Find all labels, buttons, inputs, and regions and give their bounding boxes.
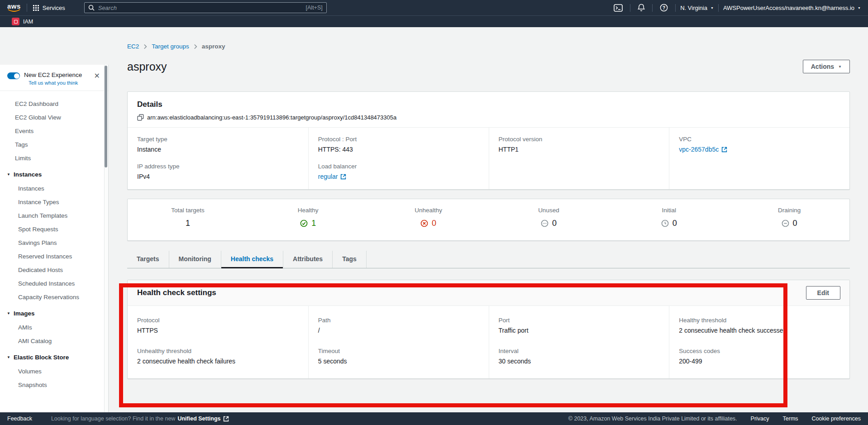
chevron-down-icon: ▼ <box>838 65 842 69</box>
tab-monitoring[interactable]: Monitoring <box>169 251 221 268</box>
close-icon[interactable]: ✕ <box>92 72 102 81</box>
sidebar-item-ec2-global-view[interactable]: EC2 Global View <box>0 110 108 124</box>
sidebar-item-amis[interactable]: AMIs <box>0 320 108 334</box>
field-ip-address-type: IP address type IPv4 <box>137 163 299 180</box>
sidebar-item-limits[interactable]: Limits <box>0 151 108 165</box>
region-selector[interactable]: N. Virginia ▼ <box>680 5 714 11</box>
sidebar-item-dedicated-hosts[interactable]: Dedicated Hosts <box>0 263 108 277</box>
sidebar-item-reserved-instances[interactable]: Reserved Instances <box>0 249 108 263</box>
top-nav-bar: aws Services [Alt+S] ? <box>0 0 868 15</box>
tab-attributes[interactable]: Attributes <box>283 251 332 268</box>
field-hc-timeout: Timeout 5 seconds <box>318 348 480 365</box>
copy-icon[interactable] <box>137 114 144 121</box>
ec2-sidebar: New EC2 Experience Tell us what you thin… <box>0 65 109 412</box>
sidebar-item-tags[interactable]: Tags <box>0 138 108 151</box>
notifications-button[interactable] <box>635 4 648 12</box>
sidebar-top-list: EC2 Dashboard EC2 Global View Events Tag… <box>0 91 108 167</box>
cloudshell-button[interactable] <box>611 4 625 12</box>
stat-healthy: Healthy 1 <box>248 207 368 240</box>
divider <box>366 251 367 268</box>
divider <box>718 4 719 12</box>
section-header-label: Instances <box>14 171 42 178</box>
main-content: EC2 Target groups asproxy asproxy Action… <box>109 27 868 412</box>
privacy-link[interactable]: Privacy <box>751 415 769 422</box>
targets-summary-card: Total targets 1 Healthy 1 Unhealthy 0 <box>127 199 850 241</box>
field-value: HTTPS <box>137 327 299 334</box>
sidebar-item-volumes[interactable]: Volumes <box>0 364 108 378</box>
field-label: Unhealthy threshold <box>137 348 299 354</box>
sidebar-item-capacity-reservations[interactable]: Capacity Reservations <box>0 290 108 304</box>
field-value: Instance <box>137 146 299 153</box>
unified-settings-link[interactable]: Unified Settings <box>177 415 220 422</box>
load-balancer-link[interactable]: regular <box>318 173 338 180</box>
sidebar-item-savings-plans[interactable]: Savings Plans <box>0 236 108 249</box>
aws-logo[interactable]: aws <box>7 3 21 12</box>
field-label: Timeout <box>318 348 480 354</box>
detail-tabs: Targets Monitoring Health checks Attribu… <box>127 251 850 268</box>
target-group-arn: arn:aws:elasticloadbalancing:us-east-1:3… <box>147 114 396 121</box>
services-label: Services <box>43 5 65 11</box>
section-header-label: Elastic Block Store <box>14 354 69 361</box>
tab-health-checks[interactable]: Health checks <box>221 251 283 268</box>
services-menu-button[interactable]: Services <box>33 5 65 11</box>
feedback-link[interactable]: Feedback <box>7 415 32 422</box>
edit-button[interactable]: Edit <box>806 286 840 300</box>
sidebar-section-ebs[interactable]: ▼ Elastic Block Store <box>0 349 108 363</box>
actions-button[interactable]: Actions ▼ <box>803 60 850 73</box>
footer-bar: Feedback Looking for language selection?… <box>0 412 868 425</box>
edit-button-label: Edit <box>817 289 829 296</box>
services-grid-icon <box>33 5 39 11</box>
field-value: Traffic port <box>499 327 660 334</box>
sidebar-section-images[interactable]: ▼ Images <box>0 306 108 319</box>
tab-tags[interactable]: Tags <box>332 251 366 268</box>
top-nav-right: ? N. Virginia ▼ AWSPowerUserAccess/navan… <box>611 4 861 12</box>
terms-link[interactable]: Terms <box>783 415 798 422</box>
stat-value: 0 <box>672 219 677 228</box>
aws-console: aws Services [Alt+S] ? <box>0 0 868 425</box>
field-value: IPv4 <box>137 173 299 180</box>
sidebar-item-instance-types[interactable]: Instance Types <box>0 195 108 209</box>
breadcrumb-ec2-link[interactable]: EC2 <box>127 43 139 50</box>
global-search[interactable]: [Alt+S] <box>84 2 327 13</box>
tab-targets[interactable]: Targets <box>127 251 169 268</box>
sidebar-item-ec2-dashboard[interactable]: EC2 Dashboard <box>0 97 108 110</box>
account-menu[interactable]: AWSPowerUserAccess/navaneeth.kn@harness.… <box>723 5 861 11</box>
health-check-settings-card: Health check settings Edit Protocol HTTP… <box>127 280 850 379</box>
field-value: 2 consecutive health check successes <box>679 327 840 334</box>
aws-smile-icon <box>8 9 20 12</box>
help-button[interactable]: ? <box>657 4 671 12</box>
chevron-down-icon: ▼ <box>858 6 861 10</box>
sidebar-section-instances[interactable]: ▼ Instances <box>0 167 108 180</box>
field-label: Load balancer <box>318 163 480 170</box>
experience-feedback-link[interactable]: Tell us what you think <box>29 80 82 86</box>
sidebar-item-launch-templates[interactable]: Launch Templates <box>0 209 108 222</box>
field-vpc: VPC vpc-2657db5c <box>679 136 840 153</box>
sidebar-item-spot-requests[interactable]: Spot Requests <box>0 222 108 236</box>
stat-label: Healthy <box>248 207 368 214</box>
vpc-link[interactable]: vpc-2657db5c <box>679 146 719 153</box>
search-shortcut-hint: [Alt+S] <box>306 5 323 11</box>
field-hc-interval: Interval 30 seconds <box>499 348 660 365</box>
sidebar-item-snapshots[interactable]: Snapshots <box>0 378 108 392</box>
divider <box>630 4 630 12</box>
sidebar-item-instances[interactable]: Instances <box>0 181 108 195</box>
field-value: HTTP1 <box>499 146 660 153</box>
cloudshell-terminal-icon <box>614 4 623 12</box>
sidebar-item-scheduled-instances[interactable]: Scheduled Instances <box>0 277 108 290</box>
field-label: Protocol <box>137 317 299 324</box>
field-hc-port: Port Traffic port <box>499 317 660 334</box>
stat-value: 0 <box>793 219 797 228</box>
account-label: AWSPowerUserAccess/navaneeth.kn@harness.… <box>723 5 854 11</box>
cookie-preferences-link[interactable]: Cookie preferences <box>812 415 861 422</box>
details-card: Details arn:aws:elasticloadbalancing:us-… <box>127 91 850 190</box>
sidebar-item-events[interactable]: Events <box>0 124 108 138</box>
experience-toggle[interactable] <box>7 72 20 79</box>
health-check-settings-title: Health check settings <box>137 288 216 297</box>
favorite-iam-link[interactable]: IAM <box>23 19 33 25</box>
page-title: asproxy <box>127 60 167 73</box>
sidebar-item-ami-catalog[interactable]: AMI Catalog <box>0 334 108 348</box>
field-label: Path <box>318 317 480 324</box>
breadcrumb-target-groups-link[interactable]: Target groups <box>152 43 189 50</box>
search-input[interactable] <box>98 5 302 11</box>
sidebar-scrollbar-thumb[interactable] <box>105 66 107 167</box>
